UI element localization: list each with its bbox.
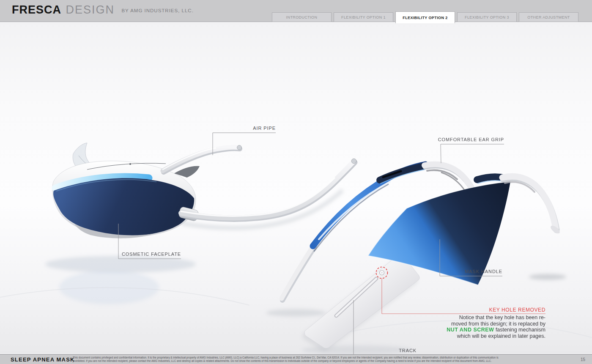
mask-assembly — [52, 143, 200, 238]
mask-dark-wedge — [174, 166, 200, 178]
air-pipe — [163, 145, 356, 219]
right-ear-hook — [477, 176, 561, 235]
legal-line-1: This document contains privileged and co… — [73, 356, 573, 359]
keyhole-note-line3: fastening mechanism — [494, 327, 545, 333]
callout-faceplate: COSMETIC FACEPLATE — [122, 252, 181, 257]
mask-base — [74, 224, 153, 238]
callout-air-pipe: AIR PIPE — [253, 126, 276, 131]
callout-keyhole-title: KEY HOLE REMOVED — [489, 307, 545, 313]
legal-line-2: prohibited. If you are not the intended … — [73, 359, 573, 363]
headband-arc — [282, 164, 425, 300]
track-leader — [354, 300, 417, 355]
tab-flexibility-option-1[interactable]: FLEXIBILITY OPTION 1 — [334, 12, 393, 22]
keyhole-note-line2: moved from this design; it is replaced b… — [451, 321, 545, 327]
brand-byline: BY AMG INDUSTRIES, LLC. — [121, 8, 193, 13]
keyhole-note-highlight: NUT AND SCREW — [447, 327, 494, 333]
mask-nose-fin — [73, 143, 114, 178]
slide-page: AIR PIPE COMFORTABLE EAR GRIP COSMETIC F… — [0, 0, 592, 364]
ear-grip — [425, 164, 474, 193]
page-number: 15 — [573, 357, 592, 362]
mask-glossy-strip — [55, 177, 149, 188]
keyhole — [380, 271, 384, 275]
track-plate — [302, 255, 419, 351]
header-bar: FRESCA DESIGN BY AMG INDUSTRIES, LLC. IN… — [0, 0, 592, 22]
cosmetic-faceplate-shape — [53, 178, 194, 236]
mask-shell — [52, 161, 196, 237]
callout-mask-handle: MASK HANDLE — [465, 269, 502, 274]
callout-ear-grip: COMFORTABLE EAR GRIP — [438, 137, 504, 142]
brand: FRESCA DESIGN BY AMG INDUSTRIES, LLC. — [12, 3, 194, 16]
tab-bar: INTRODUCTION FLEXIBILITY OPTION 1 FLEXIB… — [272, 11, 578, 22]
pipe-connector — [178, 206, 199, 222]
slide-canvas: AIR PIPE COMFORTABLE EAR GRIP COSMETIC F… — [0, 22, 592, 354]
tab-flexibility-option-3[interactable]: FLEXIBILITY OPTION 3 — [457, 12, 517, 22]
tab-flexibility-option-2[interactable]: FLEXIBILITY OPTION 2 — [395, 11, 455, 23]
footer-title: SLEEP APNEA MASK — [0, 356, 73, 363]
brand-secondary: DESIGN — [66, 3, 115, 16]
keyhole-note-line4: which will be explained in later pages. — [457, 333, 545, 339]
brand-primary: FRESCA — [12, 3, 61, 16]
keyhole-note-line1: Notice that the key hole has been re- — [459, 315, 545, 320]
tab-other-adjustment[interactable]: OTHER ADJUSTMENT — [519, 12, 578, 22]
tab-introduction[interactable]: INTRODUCTION — [272, 12, 332, 22]
ear-grip-leader — [441, 144, 504, 163]
keyhole-note: Notice that the key hole has been re- mo… — [419, 315, 545, 339]
callout-track: TRACK — [399, 348, 417, 353]
legal-text: This document contains privileged and co… — [73, 356, 573, 362]
air-pipe-leader — [213, 133, 276, 155]
mask-seam-wire — [87, 163, 166, 170]
footer-bar: SLEEP APNEA MASK This document contains … — [0, 354, 592, 364]
